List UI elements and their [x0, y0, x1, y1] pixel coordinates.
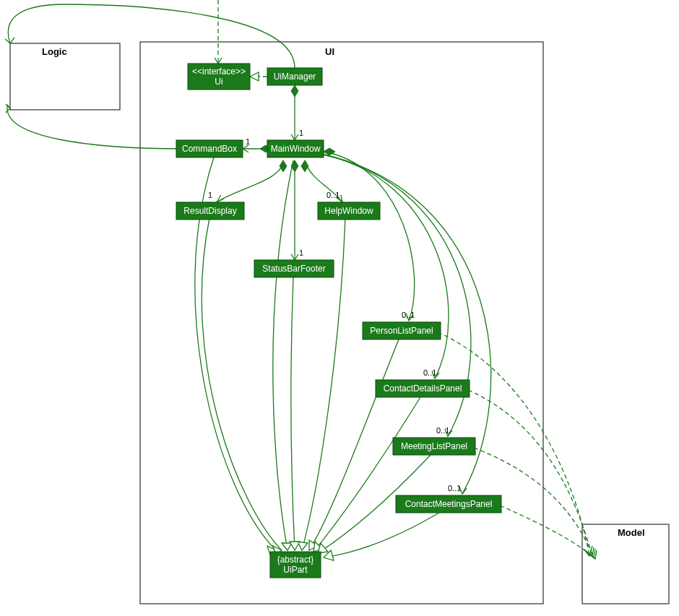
node-contactdetails: ContactDetailsPanel: [376, 380, 470, 397]
mult-resultdisplay: 1: [208, 191, 212, 199]
mult-statusbar: 1: [299, 248, 303, 257]
package-model-label: Model: [618, 527, 645, 538]
package-logic-label: Logic: [42, 46, 67, 57]
node-personlist-name: PersonListPanel: [370, 326, 433, 336]
mult-contactmeetings: 0..1: [448, 484, 461, 493]
package-ui-label: UI: [325, 46, 334, 57]
node-mainwindow-name: MainWindow: [271, 144, 321, 154]
node-ui-interface-stereotype: <<interface>>: [192, 66, 246, 77]
node-statusbar-name: StatusBarFooter: [262, 264, 325, 274]
mult-meetinglist: 0..1: [436, 426, 449, 435]
arrowhead-uimanager-logic: [5, 38, 14, 43]
node-personlist: PersonListPanel: [363, 322, 441, 339]
mult-commandbox: 1: [246, 137, 250, 146]
node-uipart: {abstract} UiPart: [270, 552, 321, 578]
mult-contactdetails: 0..1: [423, 368, 436, 377]
node-uipart-name: UiPart: [283, 565, 308, 575]
node-mainwindow: MainWindow: [267, 140, 324, 157]
mult-personlist: 0..1: [402, 311, 415, 319]
node-ui-interface-name: Ui: [215, 77, 222, 87]
node-meetinglist-name: MeetingListPanel: [401, 441, 467, 451]
node-helpwindow-name: HelpWindow: [324, 206, 373, 216]
node-uimanager: UiManager: [267, 68, 322, 85]
node-helpwindow: HelpWindow: [318, 202, 380, 220]
node-resultdisplay: ResultDisplay: [176, 202, 244, 220]
package-ui: UI: [140, 42, 543, 604]
svg-rect-1: [140, 42, 543, 604]
node-meetinglist: MeetingListPanel: [393, 438, 475, 455]
node-uipart-stereotype: {abstract}: [277, 555, 314, 565]
node-resultdisplay-name: ResultDisplay: [183, 206, 236, 216]
mult-mainwindow: 1: [299, 129, 303, 137]
package-model: Model: [582, 524, 669, 604]
node-contactdetails-name: ContactDetailsPanel: [384, 383, 462, 394]
node-commandbox: CommandBox: [176, 140, 243, 157]
node-statusbar: StatusBarFooter: [254, 260, 334, 277]
node-contactmeetings-name: ContactMeetingsPanel: [405, 499, 493, 509]
node-ui-interface: <<interface>> Ui: [188, 64, 250, 90]
node-uimanager-name: UiManager: [274, 71, 316, 82]
mult-helpwindow: 0..1: [326, 191, 340, 199]
node-commandbox-name: CommandBox: [182, 144, 237, 154]
package-logic: Logic: [10, 43, 120, 110]
node-contactmeetings: ContactMeetingsPanel: [396, 495, 501, 513]
